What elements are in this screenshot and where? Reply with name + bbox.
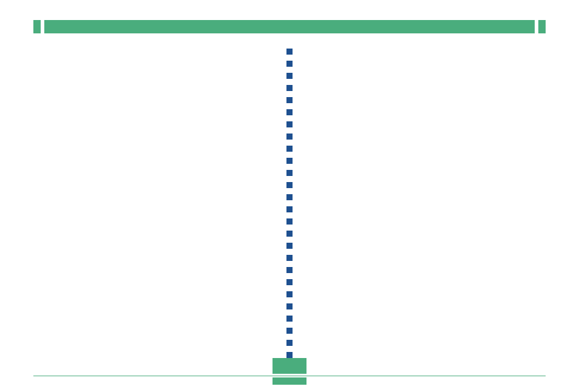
top-bar-right-segment bbox=[538, 20, 546, 33]
divider-dot bbox=[286, 85, 293, 91]
divider-dot bbox=[286, 291, 293, 297]
divider-dot bbox=[286, 255, 293, 261]
divider-dot bbox=[286, 218, 293, 225]
top-bar-center-segment bbox=[44, 20, 535, 33]
divider-dot bbox=[286, 231, 293, 237]
top-decorative-bar bbox=[33, 20, 546, 33]
divider-dot bbox=[286, 170, 293, 176]
divider-dot bbox=[286, 316, 293, 322]
divider-dot bbox=[286, 206, 293, 212]
divider-dot bbox=[286, 146, 293, 152]
divider-dot bbox=[286, 73, 293, 79]
divider-dot bbox=[286, 303, 293, 309]
divider-dot bbox=[286, 109, 293, 115]
divider-dot bbox=[286, 340, 293, 346]
bottom-accent-block-upper bbox=[273, 358, 306, 374]
divider-dot bbox=[286, 61, 293, 67]
divider-dot bbox=[286, 97, 293, 103]
divider-dot bbox=[286, 133, 293, 140]
divider-dot bbox=[286, 328, 293, 334]
divider-dot bbox=[286, 243, 293, 249]
divider-dot bbox=[286, 121, 293, 127]
divider-dot bbox=[286, 267, 293, 273]
divider-dot bbox=[286, 49, 293, 55]
top-bar-left-segment bbox=[33, 20, 41, 33]
divider-dot bbox=[286, 194, 293, 200]
vertical-dotted-divider bbox=[286, 49, 293, 358]
divider-dot bbox=[286, 279, 293, 285]
bottom-accent-block-lower bbox=[273, 377, 306, 385]
divider-dot bbox=[286, 182, 293, 188]
bottom-horizontal-line bbox=[33, 376, 546, 376]
divider-dot bbox=[286, 352, 293, 358]
divider-dot bbox=[286, 158, 293, 164]
